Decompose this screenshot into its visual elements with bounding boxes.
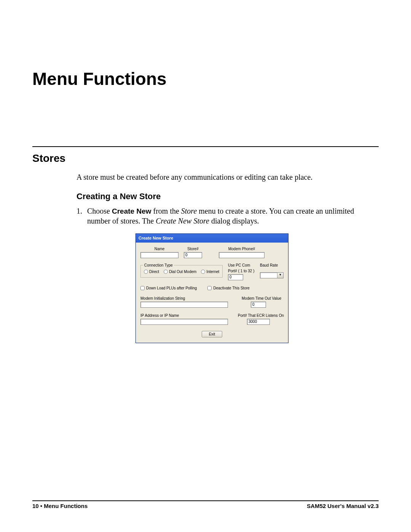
baud-value bbox=[260, 273, 277, 278]
page-title: Menu Functions bbox=[32, 69, 379, 89]
storeno-input[interactable] bbox=[184, 252, 202, 258]
radio-dial-input[interactable] bbox=[164, 270, 168, 274]
radio-dial-out-modem[interactable]: Dial Out Modem bbox=[164, 269, 196, 274]
checkbox-download-plus-input[interactable] bbox=[140, 286, 145, 290]
create-new-store-dialog: Create New Store Name Store# Mo bbox=[135, 233, 288, 343]
row-connection: Connection Type Direct Dial Out Modem In… bbox=[140, 260, 284, 280]
modemphone-label: Modem Phone# bbox=[219, 246, 264, 251]
footer-page-number: 10 bbox=[32, 503, 39, 509]
exit-button[interactable]: Exit bbox=[202, 331, 223, 337]
italic-store: Store bbox=[181, 207, 197, 215]
timeout-label: Modem Time Out Value bbox=[242, 296, 281, 301]
step-text: Choose Create New from the Store menu to… bbox=[87, 206, 379, 226]
radio-internet-input[interactable] bbox=[201, 270, 205, 274]
checkbox-download-plus[interactable]: Down Load PLUs after Polling bbox=[140, 286, 197, 291]
step-number: 1. bbox=[76, 206, 87, 226]
radio-internet[interactable]: Internet bbox=[201, 269, 219, 274]
body-content: A store must be created before any commu… bbox=[76, 172, 379, 343]
footer-section: Menu Functions bbox=[44, 503, 88, 509]
baud-combo[interactable]: ▼ bbox=[260, 272, 284, 278]
connection-type-group: Connection Type Direct Dial Out Modem In… bbox=[140, 265, 223, 278]
baud-label: Baud Rate bbox=[260, 263, 284, 268]
document-page: Menu Functions Stores A store must be cr… bbox=[0, 0, 411, 532]
footer-right: SAM52 User's Manual v2.3 bbox=[307, 503, 379, 509]
row-checkboxes: Down Load PLUs after Polling Deactivate … bbox=[140, 286, 284, 291]
section-heading-stores: Stores bbox=[32, 152, 379, 165]
intro-paragraph: A store must be created before any commu… bbox=[76, 172, 379, 182]
button-row: Exit bbox=[140, 331, 284, 337]
page-footer: 10 • Menu Functions SAM52 User's Manual … bbox=[32, 500, 379, 509]
ip-input[interactable] bbox=[140, 319, 228, 325]
pccom-input[interactable] bbox=[228, 274, 243, 280]
radio-direct[interactable]: Direct bbox=[144, 269, 159, 274]
checkbox-deactivate-store[interactable]: Deactivate This Store bbox=[207, 286, 249, 291]
italic-create-new-store: Create New Store bbox=[156, 217, 209, 225]
name-label: Name bbox=[140, 246, 178, 251]
ecrport-label: Port# That ECR Listens On bbox=[238, 313, 284, 318]
dialog-screenshot: Create New Store Name Store# Mo bbox=[135, 233, 379, 343]
dialog-titlebar: Create New Store bbox=[136, 234, 288, 242]
subsection-heading-creating: Creating a New Store bbox=[76, 191, 379, 202]
ip-label: IP Address or IP Name bbox=[140, 313, 233, 318]
row-ip: IP Address or IP Name Port# That ECR Lis… bbox=[140, 313, 284, 325]
name-input[interactable] bbox=[140, 252, 178, 258]
pccom-label-1: Use PC Com bbox=[228, 263, 255, 268]
radio-direct-input[interactable] bbox=[144, 270, 148, 274]
row-name-store-phone: Name Store# Modem Phone# bbox=[140, 246, 284, 258]
connection-type-legend: Connection Type bbox=[143, 263, 174, 268]
modeminit-input[interactable] bbox=[140, 302, 228, 308]
timeout-input[interactable] bbox=[251, 302, 266, 308]
checkbox-deactivate-input[interactable] bbox=[207, 286, 212, 290]
modemphone-input[interactable] bbox=[219, 252, 264, 258]
ecrport-input[interactable] bbox=[247, 319, 270, 325]
dialog-body: Name Store# Modem Phone# bbox=[136, 243, 288, 343]
bold-create-new: Create New bbox=[112, 207, 151, 215]
step-1: 1. Choose Create New from the Store menu… bbox=[76, 206, 379, 226]
section-divider bbox=[32, 146, 379, 147]
storeno-label: Store# bbox=[184, 246, 202, 251]
row-modem-init: Modem Initialization String Modem Time O… bbox=[140, 296, 284, 308]
pccom-label-2: Port# ( 1 to 32 ) bbox=[228, 268, 255, 273]
chevron-down-icon[interactable]: ▼ bbox=[277, 273, 283, 278]
footer-separator: • bbox=[39, 503, 44, 509]
footer-left: 10 • Menu Functions bbox=[32, 503, 88, 509]
modeminit-label: Modem Initialization String bbox=[140, 296, 236, 301]
